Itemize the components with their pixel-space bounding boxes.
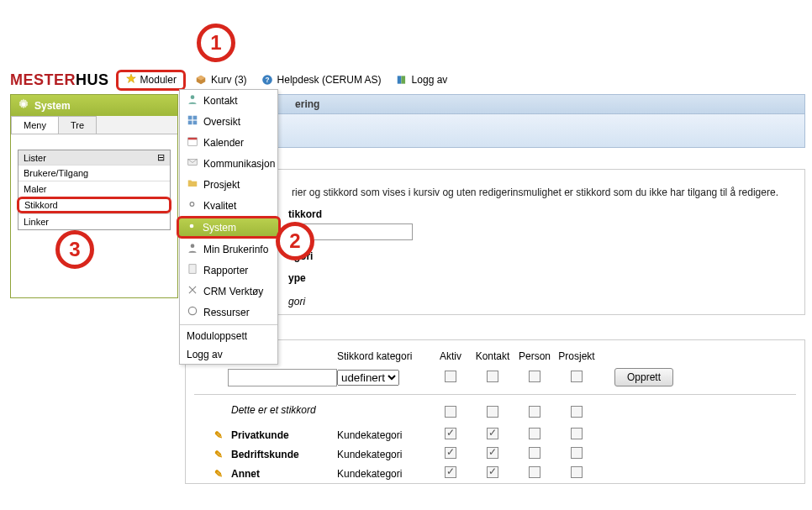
collapse-icon[interactable]: ⊟ bbox=[157, 152, 165, 163]
chk-kontakt[interactable] bbox=[487, 371, 498, 382]
lister-item-maler[interactable]: Maler bbox=[18, 181, 170, 197]
chk[interactable] bbox=[529, 466, 540, 478]
pencil-icon[interactable]: ✎ bbox=[214, 468, 226, 480]
lister-item-linker[interactable]: Linker bbox=[18, 213, 170, 229]
svg-rect-11 bbox=[188, 138, 198, 139]
menu-kontakt[interactable]: Kontakt bbox=[180, 90, 277, 111]
stikkord-input-row: udefinert Opprett bbox=[194, 365, 796, 389]
table-row: ✎BedriftskundeKundekategori bbox=[194, 444, 796, 464]
menu-ressurser[interactable]: Ressurser bbox=[180, 302, 277, 323]
chk[interactable] bbox=[487, 406, 498, 418]
chain-icon bbox=[187, 198, 198, 213]
chk[interactable] bbox=[571, 466, 583, 478]
header-person: Person bbox=[514, 350, 556, 362]
menu-prosjekt[interactable]: Prosjekt bbox=[180, 174, 277, 195]
menu-separator bbox=[180, 324, 277, 325]
lister-header[interactable]: Lister ⊟ bbox=[18, 150, 170, 165]
chk-aktiv[interactable] bbox=[445, 371, 456, 382]
chk[interactable] bbox=[445, 406, 456, 418]
table-row: ✎PrivatkundeKundekategori bbox=[194, 425, 796, 444]
menu-rapporter[interactable]: Rapporter bbox=[180, 260, 277, 281]
stikkord-headers: Stikkord Stikkord kategori Aktiv Kontakt… bbox=[194, 349, 796, 365]
menu-system[interactable]: System bbox=[177, 216, 281, 239]
chk[interactable] bbox=[529, 428, 540, 439]
svg-point-5 bbox=[191, 95, 195, 99]
menu-crm[interactable]: CRM Verktøy bbox=[180, 281, 277, 302]
tab-meny[interactable]: Meny bbox=[11, 116, 59, 134]
menu-kalender[interactable]: Kalender bbox=[180, 132, 277, 153]
svg-rect-2 bbox=[397, 76, 401, 83]
chk[interactable] bbox=[487, 447, 498, 459]
header-kontakt: Kontakt bbox=[472, 350, 514, 362]
row-name: ✎Annet bbox=[194, 468, 337, 480]
logo-part1: MESTER bbox=[10, 71, 76, 88]
chk-prosjekt[interactable] bbox=[571, 371, 583, 382]
pencil-icon[interactable]: ✎ bbox=[214, 429, 226, 441]
sidebar-tabs: Meny Tre bbox=[11, 116, 177, 134]
chk[interactable] bbox=[571, 428, 583, 439]
annotation-3: 3 bbox=[55, 230, 94, 269]
table-row: ✎AnnetKundekategori bbox=[194, 464, 796, 483]
calendar-icon bbox=[187, 135, 198, 150]
new-stikkord-input[interactable] bbox=[228, 369, 337, 386]
chk[interactable] bbox=[571, 406, 583, 418]
svg-point-14 bbox=[191, 244, 195, 248]
menu-loggav[interactable]: Logg av bbox=[180, 345, 277, 364]
chk[interactable] bbox=[529, 406, 540, 418]
sidebar-body: Lister ⊟ Brukere/Tilgang Maler Stikkord … bbox=[11, 134, 177, 297]
chk[interactable] bbox=[571, 447, 583, 459]
chk[interactable] bbox=[445, 428, 456, 439]
chk[interactable] bbox=[529, 447, 540, 459]
svg-rect-8 bbox=[188, 121, 192, 125]
menu-kommunikasjon[interactable]: Kommunikasjon bbox=[180, 153, 277, 174]
moduler-dropdown: Kontakt Oversikt Kalender Kommunikasjon … bbox=[179, 89, 278, 365]
stikkord-label: XXXXXXXXXXXXXXtikkord bbox=[194, 208, 796, 220]
lister-item-brukere[interactable]: Brukere/Tilgang bbox=[18, 165, 170, 181]
chk[interactable] bbox=[487, 466, 498, 478]
row-kat: Kundekategori bbox=[337, 429, 430, 441]
menu-oversikt[interactable]: Oversikt bbox=[180, 111, 277, 132]
logoff-button[interactable]: Logg av bbox=[390, 71, 453, 88]
annotation-2: 2 bbox=[276, 222, 314, 260]
kurv-label: Kurv (3) bbox=[211, 74, 247, 86]
kategori-select[interactable]: udefinert bbox=[337, 370, 399, 386]
chk[interactable] bbox=[445, 447, 456, 459]
logo: MESTERHUS bbox=[10, 71, 109, 89]
gear-icon bbox=[186, 220, 198, 234]
mail-icon bbox=[187, 156, 198, 171]
top-toolbar: MESTERHUS Moduler Kurv (3) ? Helpdesk (C… bbox=[10, 69, 812, 91]
folder-icon bbox=[187, 177, 198, 192]
chk-person[interactable] bbox=[529, 371, 540, 382]
star-icon bbox=[125, 73, 137, 87]
header-prosjekt: Prosjekt bbox=[556, 350, 598, 362]
form-type: XXXXXXXXXXXXXXype bbox=[194, 272, 796, 284]
user-icon bbox=[187, 242, 198, 256]
sidebar-title: System bbox=[11, 95, 177, 116]
row-name: Dette er et stikkord bbox=[194, 402, 337, 423]
helpdesk-label: Helpdesk (CERUM AS) bbox=[277, 74, 382, 86]
table-row: Dette er et stikkord bbox=[194, 400, 796, 425]
helpdesk-button[interactable]: ? Helpdesk (CERUM AS) bbox=[256, 71, 387, 88]
pencil-icon[interactable]: ✎ bbox=[214, 449, 226, 460]
tab-tre[interactable]: Tre bbox=[58, 116, 97, 134]
grid-icon bbox=[187, 114, 198, 129]
row-name: ✎Bedriftskunde bbox=[194, 449, 337, 460]
svg-rect-3 bbox=[401, 76, 405, 83]
lister-item-stikkord[interactable]: Stikkord bbox=[17, 197, 171, 213]
menu-moduloppsett[interactable]: Moduloppsett bbox=[180, 327, 277, 345]
svg-text:?: ? bbox=[265, 76, 269, 84]
moduler-button[interactable]: Moduler bbox=[116, 70, 186, 91]
chk[interactable] bbox=[487, 428, 498, 439]
sidebar: System Meny Tre Lister ⊟ Brukere/Tilgang… bbox=[10, 94, 178, 298]
report-icon bbox=[187, 263, 198, 277]
lister-panel: Lister ⊟ Brukere/Tilgang Maler Stikkord … bbox=[18, 150, 171, 230]
header-aktiv: Aktiv bbox=[430, 350, 472, 362]
sidebar-title-text: System bbox=[34, 100, 71, 112]
kurv-button[interactable]: Kurv (3) bbox=[189, 71, 252, 88]
opprett-button[interactable]: Opprett bbox=[614, 368, 673, 386]
menu-kvalitet[interactable]: Kvalitet bbox=[180, 195, 277, 216]
menu-min-brukerinfo[interactable]: Min Brukerinfo bbox=[180, 239, 277, 260]
kategori-italic: XXXXXXXXXXXXXXgori bbox=[194, 294, 796, 314]
chk[interactable] bbox=[445, 466, 456, 478]
svg-rect-9 bbox=[193, 121, 198, 125]
